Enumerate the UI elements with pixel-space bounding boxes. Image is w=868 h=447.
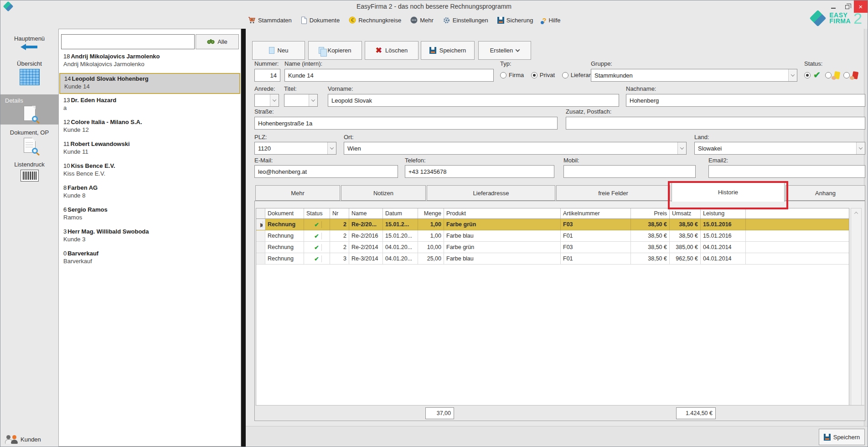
- status-ok-radio[interactable]: [804, 72, 811, 78]
- customer-list-item[interactable]: 3Herr Mag. Willibald Swoboda Kunde 3: [59, 226, 240, 247]
- customer-list-item[interactable]: 11Robert Lewandowski Kunde 11: [59, 139, 240, 160]
- chevron-down-icon: [309, 94, 317, 106]
- zusatz-input[interactable]: [566, 117, 865, 130]
- sidebar-item-uebersicht[interactable]: Übersicht: [0, 57, 58, 92]
- scroll-up-icon[interactable]: [851, 208, 861, 218]
- chevron-down-icon: [677, 142, 686, 154]
- col-status[interactable]: Status: [304, 208, 330, 218]
- land-select[interactable]: Slowakei: [694, 142, 865, 155]
- loeschen-button[interactable]: ✖Löschen: [365, 41, 418, 60]
- toolbar-stammdaten[interactable]: Stammdaten: [248, 16, 292, 24]
- table-header-row: Dokument Status Nr Name Datum Menge Prod…: [256, 208, 849, 219]
- customer-list-item[interactable]: 0Barverkauf Barverkauf: [59, 248, 240, 269]
- new-page-icon: [269, 47, 274, 54]
- kopieren-button[interactable]: Kopieren: [308, 41, 362, 60]
- status-red-radio[interactable]: [843, 72, 850, 78]
- col-leistung[interactable]: Leistung: [701, 208, 746, 218]
- erstellen-button[interactable]: Erstellen: [478, 41, 531, 60]
- tab-mehr[interactable]: Mehr: [255, 185, 340, 201]
- email-label: E-Mail:: [254, 157, 273, 164]
- col-menge[interactable]: Menge: [418, 208, 444, 218]
- minimize-button[interactable]: [827, 0, 840, 13]
- logo-diamond-icon: [810, 10, 827, 27]
- table-row[interactable]: Rechnung ✔ 2 Re-2/2014 04.01.20... 10,00…: [256, 242, 849, 253]
- col-datum[interactable]: Datum: [383, 208, 418, 218]
- customer-list-item[interactable]: 10Kiss Bence E.V. Kiss Bence E.V.: [59, 161, 240, 182]
- status-yellow-radio[interactable]: [825, 72, 832, 78]
- col-preis[interactable]: Preis: [631, 208, 670, 218]
- neu-button[interactable]: Neu: [252, 41, 305, 60]
- email2-label: Email2:: [708, 157, 728, 164]
- status-check-icon: ✔: [312, 255, 321, 262]
- panel-splitter[interactable]: [241, 29, 246, 447]
- typ-radio-group: Firma Privat Lieferant: [500, 72, 599, 80]
- chevron-down-icon: [327, 142, 336, 154]
- sidebar-item-details[interactable]: Details: [0, 94, 58, 125]
- toolbar-sicherung[interactable]: Sicherung: [497, 17, 533, 24]
- tab-anhang[interactable]: Anhang: [785, 185, 865, 201]
- email2-input[interactable]: [708, 165, 865, 178]
- anrede-select[interactable]: [254, 94, 279, 107]
- nummer-input[interactable]: [254, 69, 280, 82]
- toolbar-mehr[interactable]: Mehr: [410, 16, 434, 24]
- strasse-input[interactable]: [254, 117, 558, 130]
- table-scrollbar[interactable]: [851, 208, 862, 412]
- status-radio-group: ✔: [804, 71, 862, 79]
- title-bar: EasyFirma 2 - das noch bessere Rechnungs…: [0, 0, 868, 13]
- customer-list-item[interactable]: 12Colore Italia - Milano S.A. Kunde 12: [59, 117, 240, 138]
- toolbar-dokumente[interactable]: Dokumente: [301, 16, 340, 24]
- mobil-input[interactable]: [563, 165, 696, 178]
- plz-select[interactable]: 1120: [254, 142, 336, 155]
- footer-speichern-button[interactable]: Speichern: [819, 429, 865, 445]
- tab-notizen[interactable]: Notizen: [341, 185, 426, 201]
- col-name[interactable]: Name: [349, 208, 383, 218]
- email-input[interactable]: [254, 165, 398, 178]
- sidebar-item-dokument-op[interactable]: Dokument, OP: [0, 126, 58, 156]
- status-check-icon: ✔: [312, 244, 321, 251]
- table-row[interactable]: Rechnung ✔ 2 Re-2/2016 15.01.20... 1,00 …: [256, 230, 849, 242]
- col-dokument[interactable]: Dokument: [265, 208, 304, 218]
- typ-privat-radio[interactable]: Privat: [531, 72, 555, 78]
- customer-list-item[interactable]: 6Sergio Ramos Ramos: [59, 204, 240, 225]
- col-artikelnummer[interactable]: Artikelnummer: [561, 208, 631, 218]
- customer-list-item-selected[interactable]: 14Leopold Slovak Hohenberg Kunde 14: [59, 73, 240, 94]
- restore-button[interactable]: [840, 0, 854, 13]
- vorname-input[interactable]: [328, 94, 619, 107]
- tab-lieferadresse[interactable]: Lieferadresse: [427, 185, 555, 201]
- gruppe-select[interactable]: Stammkunden: [591, 69, 797, 82]
- toolbar-hilfe[interactable]: ? Hilfe: [542, 16, 560, 24]
- customer-list-item[interactable]: 8Farben AG Kunde 8: [59, 182, 240, 203]
- tab-historie[interactable]: Historie: [672, 182, 785, 202]
- titel-select[interactable]: [284, 94, 318, 107]
- show-all-button[interactable]: Alle: [196, 34, 239, 49]
- name-intern-input[interactable]: [284, 69, 494, 82]
- tab-freie-felder[interactable]: freie Felder: [556, 185, 670, 201]
- search-input[interactable]: [61, 34, 195, 49]
- sidebar-kunden-tab[interactable]: Kunden: [5, 435, 41, 444]
- customer-list-item[interactable]: 13Dr. Eden Hazard a: [59, 95, 240, 116]
- nachname-input[interactable]: [626, 94, 865, 107]
- ort-select[interactable]: Wien: [344, 142, 687, 155]
- telefon-input[interactable]: [405, 165, 554, 178]
- speichern-button[interactable]: Speichern: [421, 41, 475, 60]
- sidebar-item-listendruck[interactable]: Listendruck: [0, 158, 58, 186]
- table-row-selected[interactable]: ▶ Rechnung ✔ 2 Re-2/20... 15.01.2... 1,0…: [256, 219, 849, 230]
- grid-icon: [20, 69, 40, 85]
- col-produkt[interactable]: Produkt: [444, 208, 561, 218]
- footer-bar: [246, 426, 868, 447]
- typ-firma-radio[interactable]: Firma: [500, 72, 524, 78]
- row-selector-arrow-icon: ▶: [258, 221, 263, 228]
- table-row[interactable]: Rechnung ✔ 3 Re-3/2014 04.01.20... 25,00…: [256, 253, 849, 265]
- disk-icon: [497, 17, 504, 24]
- toolbar-rechnungkreise[interactable]: € Rechnungkreise: [349, 16, 401, 24]
- toolbar-einstellungen[interactable]: Einstellungen: [443, 16, 488, 24]
- customer-list-item[interactable]: 18Andrij Mikolajovics Jarmolenko Andrij …: [59, 51, 240, 72]
- titel-label: Titel:: [284, 85, 297, 92]
- col-nr[interactable]: Nr: [330, 208, 349, 218]
- document-search-icon: [24, 138, 36, 153]
- plz-label: PLZ:: [254, 134, 267, 140]
- col-umsatz[interactable]: Umsatz: [670, 208, 701, 218]
- typ-lieferant-radio[interactable]: Lieferant: [562, 72, 594, 78]
- sidebar-item-hauptmenu[interactable]: Hauptmenü: [0, 32, 58, 57]
- easyfirma-window: { "window": { "title": "EasyFirma 2 - da…: [0, 0, 868, 447]
